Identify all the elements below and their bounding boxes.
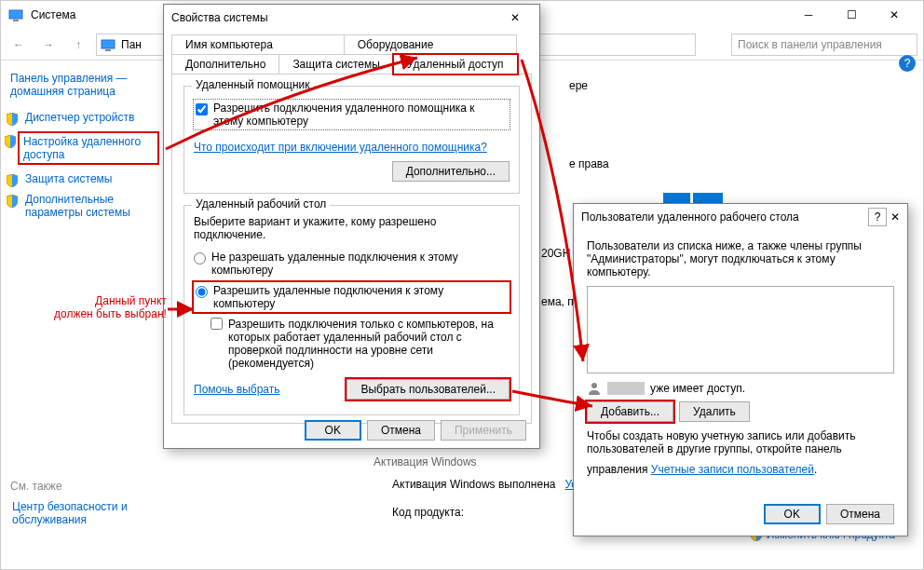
close-button[interactable]: ✕ — [498, 11, 532, 24]
refresh-button[interactable] — [701, 33, 726, 57]
radio-input[interactable] — [196, 286, 208, 298]
checkbox-input[interactable] — [211, 318, 223, 330]
sidebar-advanced-settings[interactable]: Дополнительные параметры системы — [21, 193, 159, 219]
sidebar-remote-settings[interactable]: Настройка удаленного доступа — [18, 131, 159, 165]
rd-description: Выберите вариант и укажите, кому разреше… — [194, 215, 510, 241]
product-key-label: Код продукта: — [392, 506, 464, 519]
search-placeholder: Поиск в панели управления — [738, 38, 882, 51]
pc-icon — [101, 37, 116, 52]
back-button[interactable]: ← — [7, 33, 31, 57]
minimize-button[interactable]: ─ — [787, 1, 830, 29]
dialog-title: Пользователи удаленного рабочего стола — [581, 210, 868, 224]
tab-system-protection[interactable]: Защита системы — [279, 54, 393, 75]
rdu-description: Пользователи из списка ниже, а также чле… — [587, 239, 894, 278]
checkbox-input[interactable] — [196, 103, 208, 115]
tab-advanced[interactable]: Дополнительно — [171, 54, 279, 75]
select-users-button[interactable]: Выбрать пользователей... — [346, 379, 510, 400]
breadcrumb-text: Пан — [121, 38, 142, 51]
header-fragment: ере — [569, 79, 895, 92]
blurred-username: xxxx — [607, 382, 645, 395]
create-user-text: Чтобы создать новую учетную запись или д… — [587, 429, 894, 483]
user-icon — [587, 381, 602, 396]
user-accounts-link[interactable]: Учетные записи пользователей — [651, 463, 814, 476]
dialog-buttons: OK Отмена Применить — [305, 420, 526, 441]
ok-button[interactable]: OK — [764, 504, 821, 524]
sidebar-device-manager[interactable]: Диспетчер устройств — [21, 111, 159, 124]
radio-input[interactable] — [194, 252, 206, 265]
ok-button[interactable]: OK — [305, 420, 361, 441]
shield-icon — [7, 113, 18, 126]
nla-checkbox[interactable]: Разрешить подключения только с компьютер… — [211, 318, 510, 370]
remote-desktop-users-dialog: Пользователи удаленного рабочего стола ?… — [573, 203, 908, 536]
dialog-titlebar: Свойства системы ✕ — [164, 5, 539, 31]
cancel-button[interactable]: Отмена — [367, 420, 435, 441]
activation-status: Активация Windows выполнена — [392, 478, 555, 491]
allow-remote-assistance-checkbox[interactable]: Разрешить подключения удаленного помощни… — [194, 100, 510, 129]
tab-remote[interactable]: Удаленный доступ — [393, 54, 518, 75]
users-listbox[interactable] — [587, 286, 894, 373]
see-also-header: См. также — [10, 480, 159, 493]
svg-rect-2 — [102, 40, 115, 48]
help-choose-link[interactable]: Помочь выбрать — [194, 383, 280, 396]
tab-strip: Имя компьютера Оборудование Дополнительн… — [164, 31, 539, 74]
remote-assistance-group: Удаленный помощник Разрешить подключения… — [183, 86, 520, 194]
group-legend: Удаленный помощник — [192, 78, 314, 91]
tab-panel-remote: Удаленный помощник Разрешить подключения… — [171, 74, 532, 424]
annotation-text: Данный пункт должен быть выбран! — [54, 294, 167, 320]
help-button[interactable]: ? — [868, 208, 887, 226]
dialog-titlebar: Пользователи удаленного рабочего стола ?… — [574, 204, 907, 230]
svg-rect-3 — [105, 49, 111, 51]
close-button[interactable]: ✕ — [890, 210, 900, 224]
radio-deny-remote[interactable]: Не разрешать удаленные подключения к это… — [194, 251, 510, 277]
radio-allow-remote[interactable]: Разрешить удаленные подключения к этому … — [194, 282, 510, 312]
shield-icon — [5, 135, 16, 148]
remove-button[interactable]: Удалить — [679, 401, 750, 422]
tab-hardware[interactable]: Оборудование — [344, 34, 517, 55]
remote-desktop-group: Удаленный рабочий стол Выберите вариант … — [183, 205, 520, 415]
cpu-fragment: 20GH — [541, 247, 570, 260]
security-center-link[interactable]: Центр безопасности и обслуживания — [12, 500, 159, 526]
dialog-title: Свойства системы — [171, 11, 498, 24]
system-properties-dialog: Свойства системы ✕ Имя компьютера Оборуд… — [163, 4, 540, 449]
shield-icon — [7, 174, 18, 187]
ram-fragment: ема, п — [541, 295, 574, 308]
svg-rect-1 — [13, 20, 19, 21]
help-icon[interactable]: ? — [899, 55, 916, 72]
up-button[interactable]: ↑ — [66, 33, 90, 57]
rights-fragment: е права — [569, 157, 895, 170]
cancel-button[interactable]: Отмена — [826, 504, 894, 524]
system-icon — [8, 7, 23, 22]
group-legend: Удаленный рабочий стол — [192, 197, 330, 210]
control-panel-home[interactable]: Панель управления — домашняя страница — [10, 72, 159, 98]
shield-icon — [7, 195, 18, 208]
svg-point-8 — [591, 383, 597, 388]
apply-button[interactable]: Применить — [441, 420, 526, 441]
dialog-body: Пользователи из списка ниже, а также чле… — [574, 230, 907, 493]
add-button[interactable]: Добавить... — [587, 401, 673, 422]
svg-rect-0 — [9, 10, 22, 19]
advanced-button[interactable]: Дополнительно... — [392, 161, 510, 182]
sidebar-system-protection[interactable]: Защита системы — [21, 172, 159, 185]
remote-assistance-help-link[interactable]: Что происходит при включении удаленного … — [194, 141, 487, 154]
forward-button[interactable]: → — [36, 33, 61, 57]
close-button[interactable]: ✕ — [873, 1, 916, 29]
tab-computer-name[interactable]: Имя компьютера — [171, 34, 345, 55]
search-input[interactable]: Поиск в панели управления — [731, 34, 917, 56]
current-user-access: xxxx уже имеет доступ. — [587, 381, 894, 396]
maximize-button[interactable]: ☐ — [830, 1, 873, 29]
